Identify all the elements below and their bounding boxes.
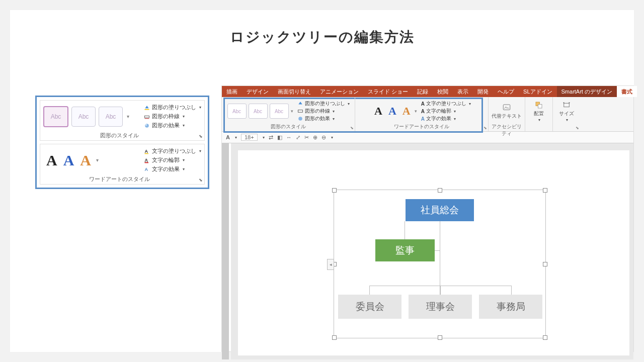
- dialog-launcher-icon[interactable]: ⬊: [350, 126, 354, 130]
- svg-rect-1: [145, 116, 149, 118]
- resize-handle[interactable]: [543, 188, 547, 193]
- wordart-swatch[interactable]: A: [80, 152, 91, 169]
- svg-rect-5: [145, 153, 149, 154]
- outline-pane-collapsed[interactable]: [222, 143, 229, 359]
- gallery-more-icon[interactable]: ▾: [415, 109, 417, 114]
- tab-animations[interactable]: アニメーション: [315, 86, 363, 97]
- font-color-button[interactable]: A: [226, 134, 230, 140]
- shape-style-swatch[interactable]: Abc: [71, 107, 96, 127]
- slide[interactable]: ◂ 社員総会 監事 委員会 理事会 事務局: [238, 150, 629, 355]
- shape-style-swatch[interactable]: Abc: [270, 104, 289, 119]
- text-effects-button[interactable]: A文字の効果▾: [421, 115, 471, 122]
- size-button[interactable]: サイズ▾: [559, 101, 574, 122]
- dropdown-icon[interactable]: ▾: [263, 135, 265, 140]
- dialog-launcher-icon[interactable]: ⬊: [199, 177, 203, 183]
- smartart-node[interactable]: 理事会: [409, 295, 472, 319]
- smartart-node[interactable]: 事務局: [479, 295, 542, 319]
- ribbon-shape-styles-group: Abc Abc Abc ▾ 図形の塗りつぶし▾ 図形の枠線▾ 図形の効果▾ 図形…: [222, 97, 355, 131]
- tab-help[interactable]: ヘルプ: [493, 86, 519, 97]
- shape-effects-button[interactable]: 図形の効果▾: [297, 115, 350, 122]
- tab-transitions[interactable]: 画面切り替え: [273, 86, 315, 97]
- smartart-frame[interactable]: ◂ 社員総会 監事 委員会 理事会 事務局: [334, 190, 546, 338]
- svg-rect-7: [145, 162, 149, 163]
- wordart-swatch[interactable]: A: [372, 105, 384, 118]
- shape-effects-button[interactable]: 図形の効果▾: [144, 122, 201, 129]
- smartart-node-top[interactable]: 社員総会: [406, 199, 474, 221]
- zoom-in-icon[interactable]: ⊕: [313, 134, 317, 141]
- tab-review[interactable]: 校閲: [433, 86, 453, 97]
- tab-format[interactable]: 書式: [617, 86, 637, 97]
- svg-rect-9: [298, 110, 302, 113]
- resize-handle[interactable]: [332, 188, 337, 193]
- text-outline-button[interactable]: A文字の輪郭▾: [144, 156, 201, 164]
- text-fill-button[interactable]: A文字の塗りつぶし▾: [421, 100, 471, 107]
- wordart-swatch[interactable]: A: [46, 152, 57, 169]
- svg-point-3: [145, 124, 147, 126]
- shape-fill-button[interactable]: 図形の塗りつぶし▾: [144, 104, 201, 111]
- connector: [511, 286, 512, 295]
- tab-sl-addin[interactable]: SLアドイン: [519, 86, 556, 97]
- alt-text-button[interactable]: 代替テキスト: [492, 103, 522, 120]
- dialog-launcher-icon[interactable]: ⬊: [199, 134, 203, 139]
- tab-view[interactable]: 表示: [453, 86, 473, 97]
- svg-text:A: A: [145, 167, 148, 172]
- smartart-node[interactable]: 委員会: [338, 295, 401, 319]
- shape-fill-button[interactable]: 図形の塗りつぶし▾: [297, 100, 350, 107]
- shape-style-swatch[interactable]: Abc: [43, 106, 68, 127]
- tab-developer[interactable]: 開発: [473, 86, 493, 97]
- qat-icon[interactable]: ✂: [304, 134, 309, 141]
- ribbon-wordart-styles-group: A A A ▾ A文字の塗りつぶし▾ A文字の輪郭▾ A文字の効果▾ ワードアー…: [355, 97, 489, 131]
- shape-outline-button[interactable]: 図形の枠線▾: [297, 108, 350, 115]
- smartart-text-pane-toggle[interactable]: ◂: [327, 259, 334, 270]
- dialog-launcher-icon[interactable]: ⬊: [484, 126, 487, 130]
- quick-access-toolbar: A▾ 18+▾ ⇄ ◧ ↔ ⤢ ✂ ⊕ ⊖ ▾: [222, 132, 633, 143]
- wordart-swatch[interactable]: A: [386, 105, 398, 118]
- arrange-button[interactable]: 配置▾: [534, 101, 544, 122]
- tab-design[interactable]: デザイン: [242, 86, 273, 97]
- dropdown-icon[interactable]: ▾: [331, 135, 333, 140]
- tab-draw[interactable]: 描画: [222, 86, 242, 97]
- shape-style-swatch[interactable]: Abc: [249, 104, 268, 119]
- resize-handle[interactable]: [543, 262, 547, 266]
- shape-style-swatch[interactable]: Abc: [227, 104, 247, 119]
- qat-icon[interactable]: ↔: [286, 134, 292, 140]
- font-size-combo[interactable]: 18+: [241, 134, 258, 141]
- qat-icon[interactable]: ◧: [277, 134, 282, 141]
- resize-handle[interactable]: [438, 335, 442, 340]
- group-label: [538, 123, 540, 130]
- gallery-more-icon[interactable]: ▾: [96, 157, 99, 163]
- zoom-wordart-styles-group: A A A ▾ A文字の塗りつぶし▾ A文字の輪郭▾ A文字の効果▾ ワードアー…: [40, 144, 205, 185]
- group-label: ワードアートのスタイル: [394, 123, 449, 130]
- text-outline-button[interactable]: A文字の輪郭▾: [421, 108, 471, 115]
- connector: [440, 221, 440, 295]
- resize-handle[interactable]: [332, 335, 337, 340]
- group-label: [566, 123, 568, 130]
- dropdown-icon[interactable]: ▾: [235, 135, 237, 140]
- tab-record[interactable]: 記録: [413, 86, 433, 97]
- ribbon-tab-bar: 描画 デザイン 画面切り替え アニメーション スライド ショー 記録 校閲 表示…: [222, 86, 633, 97]
- wordart-swatch[interactable]: A: [63, 152, 74, 169]
- gallery-more-icon[interactable]: ▾: [127, 114, 129, 119]
- ribbon-accessibility-group: 代替テキスト アクセシビリティ: [489, 97, 525, 131]
- gallery-more-icon[interactable]: ▾: [291, 109, 293, 114]
- text-effects-button[interactable]: A文字の効果▾: [144, 165, 201, 173]
- group-label: ワードアートのスタイル: [40, 175, 198, 183]
- ribbon: Abc Abc Abc ▾ 図形の塗りつぶし▾ 図形の枠線▾ 図形の効果▾ 図形…: [222, 97, 633, 132]
- zoom-out-icon[interactable]: ⊖: [321, 134, 326, 141]
- qat-icon[interactable]: ⤢: [296, 134, 300, 141]
- shape-style-swatch[interactable]: Abc: [99, 107, 123, 127]
- text-fill-button[interactable]: A文字の塗りつぶし▾: [144, 147, 201, 155]
- resize-handle[interactable]: [543, 335, 547, 340]
- svg-point-2: [145, 124, 149, 128]
- shape-outline-button[interactable]: 図形の枠線▾: [144, 113, 201, 120]
- dialog-launcher-icon[interactable]: ⬊: [576, 126, 579, 130]
- wordart-swatch[interactable]: A: [400, 105, 413, 118]
- tab-smartart-design[interactable]: SmartArt のデザイン: [557, 86, 617, 97]
- qat-icon[interactable]: ⇄: [269, 134, 273, 141]
- smartart-node-assistant[interactable]: 監事: [375, 239, 435, 261]
- group-label: 図形のスタイル: [40, 132, 198, 139]
- editing-canvas: ◂ 社員総会 監事 委員会 理事会 事務局: [222, 143, 633, 359]
- tab-slideshow[interactable]: スライド ショー: [363, 86, 413, 97]
- svg-rect-14: [564, 103, 570, 107]
- resize-handle[interactable]: [438, 188, 442, 193]
